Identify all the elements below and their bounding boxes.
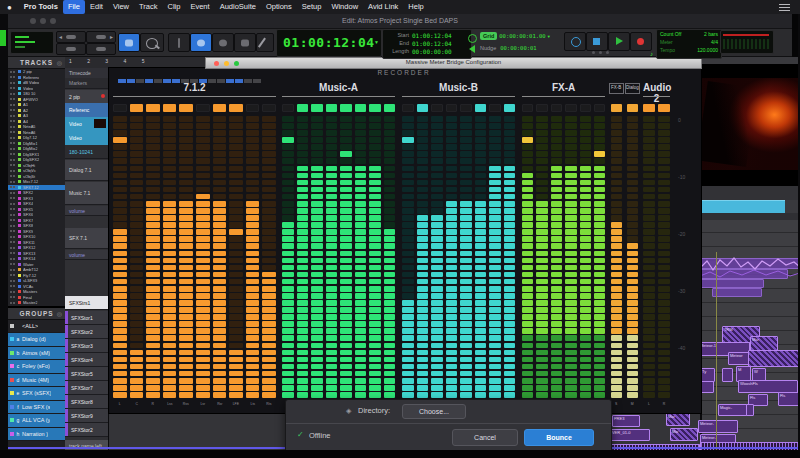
track-header-markers[interactable]: Markers	[65, 78, 108, 89]
audio-clip-pre3[interactable]: PRE3	[612, 415, 640, 427]
track-header-dialog-7.1[interactable]: Dialog 7.1	[65, 160, 108, 181]
track-header-sfxstor8[interactable]: SFXStor8	[65, 395, 108, 409]
hamburger-menu-icon[interactable]	[779, 4, 790, 11]
grid-mode-button[interactable]	[86, 43, 116, 55]
track-header-sfxstor4[interactable]: SFXStor4	[65, 353, 108, 367]
audio-clip[interactable]	[746, 404, 754, 416]
close-button[interactable]	[214, 61, 219, 66]
chevron-down-icon[interactable]: ▼	[374, 39, 379, 45]
group-list-item[interactable]: eSFX (sSFX)	[8, 387, 65, 401]
menu-help[interactable]: Help	[403, 0, 428, 14]
play-button[interactable]	[608, 32, 630, 51]
track-header-sfxstor9[interactable]: SFXStor9	[65, 409, 108, 423]
selector-tool-button[interactable]	[168, 33, 190, 52]
video-track-clip[interactable]	[700, 200, 785, 214]
menu-audiosuite[interactable]: AudioSuite	[215, 0, 261, 14]
audio-clip-fls[interactable]: Fls	[778, 392, 800, 406]
spot-mode-button[interactable]	[56, 43, 86, 55]
track-header-referenc[interactable]: Referenc	[65, 103, 108, 118]
menu-track[interactable]: Track	[134, 0, 162, 14]
bounce-button[interactable]: Bounce	[524, 429, 594, 446]
grid-label[interactable]: Grid	[480, 32, 497, 40]
record-enable-dot[interactable]	[101, 94, 105, 98]
zoom-button[interactable]	[234, 61, 239, 66]
end-value[interactable]: 01:00:12:04	[412, 40, 452, 47]
main-counter[interactable]: 01:00:12:04 ▼	[276, 29, 382, 57]
scrubber-tool-button[interactable]	[212, 33, 234, 52]
track-header-volume[interactable]: volume	[65, 206, 108, 216]
menu-options[interactable]: Options	[261, 0, 297, 14]
audio-clip[interactable]	[700, 381, 714, 393]
record-button[interactable]	[630, 32, 652, 51]
menu-pro-tools[interactable]: Pro Tools	[19, 0, 63, 14]
audio-clip[interactable]	[712, 288, 762, 297]
speaker-tool-button[interactable]	[234, 33, 256, 52]
menu-file[interactable]: File	[63, 0, 85, 14]
slip-mode-button[interactable]: ▸	[86, 31, 116, 43]
gear-icon[interactable]: ◎	[57, 310, 63, 317]
edit-window-titlebar[interactable]: Edit: Atmos Project Single Bed DAPS	[8, 14, 792, 29]
menu-event[interactable]: Event	[185, 0, 214, 14]
menu-view[interactable]: View	[108, 0, 134, 14]
audio-clip-ver-01-0[interactable]: VER_01-0	[610, 429, 650, 441]
audio-clip[interactable]	[748, 350, 800, 367]
group-list-item[interactable]: fLow SFX (s	[8, 401, 65, 415]
group-list-item[interactable]: <ALL>	[8, 320, 65, 334]
group-list-item[interactable]: cFoley (sFo)	[8, 360, 65, 374]
grabber-tool-button[interactable]	[190, 33, 212, 52]
grid-value[interactable]: 00:00:00:01.00	[499, 33, 545, 39]
online-button[interactable]	[564, 32, 586, 51]
cancel-button[interactable]: Cancel	[452, 429, 518, 446]
track-header-sfxstor2[interactable]: SFXStor2	[65, 325, 108, 339]
track-header-volume[interactable]: volume	[65, 250, 108, 260]
offline-checkbox[interactable]: ✓	[297, 430, 304, 439]
chevron-down-icon[interactable]: ▼	[547, 34, 551, 39]
menu-clip[interactable]: Clip	[163, 0, 186, 14]
nudge-value[interactable]: 00:00:00:01	[500, 45, 536, 51]
audio-clip-mar[interactable]: Mar	[666, 413, 690, 426]
zoomer-tool-button[interactable]	[118, 33, 140, 52]
audio-clip[interactable]	[700, 279, 764, 288]
stop-button[interactable]	[586, 32, 608, 51]
group-list-item[interactable]: bAtmos (sM)	[8, 347, 65, 361]
track-header-sfxstrs1[interactable]: SFXStrs1	[65, 296, 108, 310]
audio-clip[interactable]	[722, 368, 733, 382]
pre-roll-icon[interactable]	[468, 34, 477, 43]
group-list-item[interactable]: dMusic (4M)	[8, 374, 65, 388]
track-header-music-7.1[interactable]: Music 7.1	[65, 182, 108, 205]
apple-logo-icon[interactable]: ●	[0, 3, 19, 12]
gear-icon[interactable]: ◎	[57, 59, 63, 66]
start-value[interactable]: 01:00:12:04	[412, 32, 452, 39]
choose-button[interactable]: Choose...	[402, 404, 466, 419]
audio-clip-mw[interactable]: Mw	[670, 428, 698, 441]
trim-tool-button[interactable]	[140, 33, 164, 52]
menu-edit[interactable]: Edit	[85, 0, 108, 14]
track-header-180-10241[interactable]: 180-10241	[65, 145, 108, 159]
track-header-sfxstor7[interactable]: SFXStor7	[65, 381, 108, 395]
track-header-sfxstor5[interactable]: SFXStor5	[65, 367, 108, 381]
menu-window[interactable]: Window	[326, 0, 363, 14]
track-header-sfxstor3[interactable]: SFXStor3	[65, 339, 108, 353]
tempo-label[interactable]: Tempo	[660, 47, 675, 55]
menu-setup[interactable]: Setup	[297, 0, 327, 14]
minimize-button[interactable]	[224, 61, 229, 66]
shuffle-mode-button[interactable]: ◂	[56, 31, 86, 43]
pencil-tool-button[interactable]	[256, 33, 274, 52]
playhead-cursor[interactable]	[716, 252, 717, 450]
audio-clip-meteor-[interactable]: Meteor-	[698, 420, 738, 433]
menu-avid-link[interactable]: Avid Link	[363, 0, 403, 14]
meter-label[interactable]: Meter	[660, 39, 673, 47]
group-list-item[interactable]: gALL VCA (y	[8, 414, 65, 428]
track-header-sfxstor2[interactable]: SFXStor2	[65, 423, 108, 437]
track-header-sfx-7.1[interactable]: SFX 7.1	[65, 228, 108, 249]
audio-clip-ty[interactable]: Ty	[700, 368, 715, 382]
track-header-video[interactable]: Video	[65, 131, 108, 146]
group-list-item[interactable]: hNarration )	[8, 428, 65, 442]
track-header-2-pip[interactable]: 2 pip	[65, 90, 108, 104]
track-header-video[interactable]: Video	[65, 117, 108, 132]
count-off-label[interactable]: Count Off	[660, 31, 681, 39]
group-list-item[interactable]: aDialog (d)	[8, 333, 65, 347]
length-value[interactable]: 00:00:00:00	[412, 48, 452, 55]
post-roll-icon[interactable]	[469, 45, 475, 53]
track-header-sfxstor1[interactable]: SFXStor1	[65, 311, 108, 325]
